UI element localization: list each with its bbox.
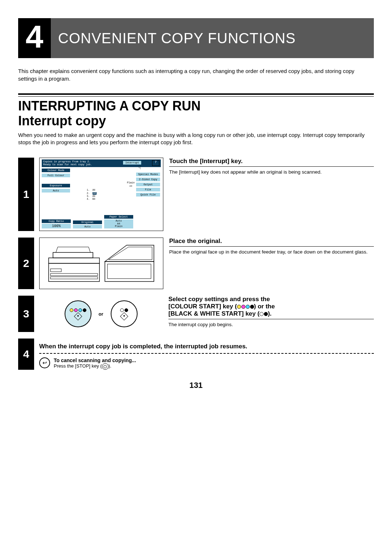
full-colour-button[interactable]: Full Colour [42,174,70,177]
svg-marker-10 [105,245,154,262]
plain-label: Plain [127,181,135,184]
step-2-heading: Place the original. [169,238,374,247]
step-4-heading: When the interrupt copy job is completed… [39,343,374,350]
svg-line-5 [89,247,90,252]
cyan-dot-icon [78,308,82,312]
black-dot-icon [124,308,128,312]
panel-msg-line1: Copies in progress from tray 2. [43,160,90,163]
black-dot-icon [83,308,86,312]
bw-dots-icon [260,312,268,316]
interrupt-key[interactable]: Interrupt [123,161,141,165]
colour-dots-icon [237,305,254,309]
section-title: INTERRUPTING A COPY RUN [18,99,374,113]
panel-msg-line2: Ready to scan for next copy job. [43,163,92,166]
cancel-detail: Press the [STOP] key (). [54,363,136,370]
step-3-heading: Select copy settings and press the [COLO… [168,296,374,319]
step-number: 3 [18,296,34,332]
paper-select-label: Paper Select [104,215,133,219]
step-number: 2 [18,238,34,289]
cancel-title: To cancel scanning and copying... [54,357,136,363]
divider [18,93,374,95]
chapter-intro: This chapter explains convenient copy fu… [18,67,374,82]
start-diamond-icon [120,312,128,321]
svg-rect-6 [50,269,61,272]
dashed-divider [39,353,374,354]
tray-list: 1. A4 2. A4 3. A3 4. B4 [87,189,97,201]
svg-rect-2 [53,252,93,258]
step-4: 4 When the interrupt copy job is complet… [18,339,374,370]
touch-panel-figure: Copies in progress from tray 2. Ready to… [39,158,163,231]
svg-rect-8 [50,277,98,279]
divider [18,96,374,97]
bw-start-key[interactable] [111,300,138,327]
start-buttons-figure: or [39,296,163,332]
step-2-detail: Place the original face up in the docume… [169,249,374,255]
colour-start-key[interactable] [65,300,91,327]
hand-cursor-icon: ☟ [138,165,141,171]
step-1-heading: Touch the [Interrupt] key. [169,158,374,167]
yellow-dot-icon [70,308,73,312]
copy-count: 7 [152,160,159,166]
svg-rect-7 [50,274,98,276]
copier-icon [45,242,158,285]
output-button[interactable]: Output [136,183,160,186]
page-number: 131 [18,381,374,390]
exposure-auto-button[interactable]: Auto [42,189,70,193]
copier-illustration [39,238,163,289]
svg-rect-15 [107,264,151,279]
special-modes-button[interactable]: Special Modes [136,173,160,176]
original-auto-button[interactable]: Auto [73,225,102,228]
open-dot-icon [120,308,124,312]
step-3-detail: The interrupt copy job begins. [168,321,374,328]
original-label: Original [73,220,102,224]
start-diamond-icon [74,312,82,321]
colour-mode-label: Colour Mode [42,169,70,172]
stop-key-icon [102,363,109,370]
step-3: 3 or [18,296,374,332]
copy-ratio-value[interactable]: 100% [42,224,71,228]
step-number: 4 [18,339,34,370]
two-sided-copy-button[interactable]: 2-Sided Copy [136,178,160,181]
svg-line-11 [109,247,128,260]
quick-file-button[interactable]: Quick File [136,193,160,197]
step-number: 1 [18,158,34,231]
or-label: or [99,311,103,317]
paper-select-button[interactable]: Auto A4 Plain [104,219,133,228]
svg-line-4 [56,247,58,252]
step-1-detail: The [Interrupt] key does not appear whil… [169,169,374,175]
magenta-dot-icon [74,308,78,312]
a4-label: A4 [130,185,132,187]
return-icon: ↩ [39,357,50,368]
chapter-number: 4 [18,18,51,58]
step-1: 1 Copies in progress from tray 2. Ready … [18,158,374,231]
step-2: 2 [18,238,374,289]
chapter-title: CONVENIENT COPY FUNCTIONS [51,18,374,58]
svg-rect-1 [49,258,99,263]
chapter-banner: 4 CONVENIENT COPY FUNCTIONS [18,18,374,58]
file-button[interactable]: File [136,188,160,191]
section-subtitle: Interrupt copy [18,113,374,129]
exposure-label: Exposure [42,184,70,187]
section-desc: When you need to make an urgent copy and… [18,131,374,146]
copy-ratio-label: Copy Ratio [42,219,71,223]
